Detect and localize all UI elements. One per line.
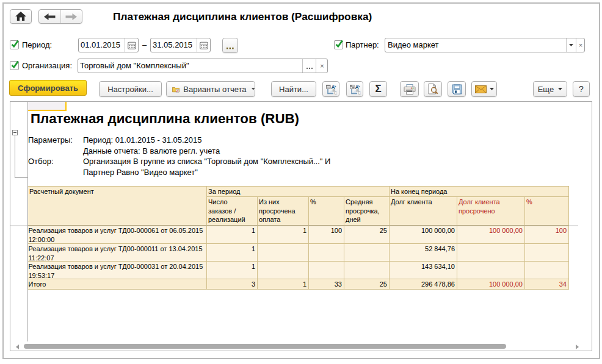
svg-text:C: C <box>334 91 337 95</box>
svg-text:C: C <box>358 91 361 95</box>
